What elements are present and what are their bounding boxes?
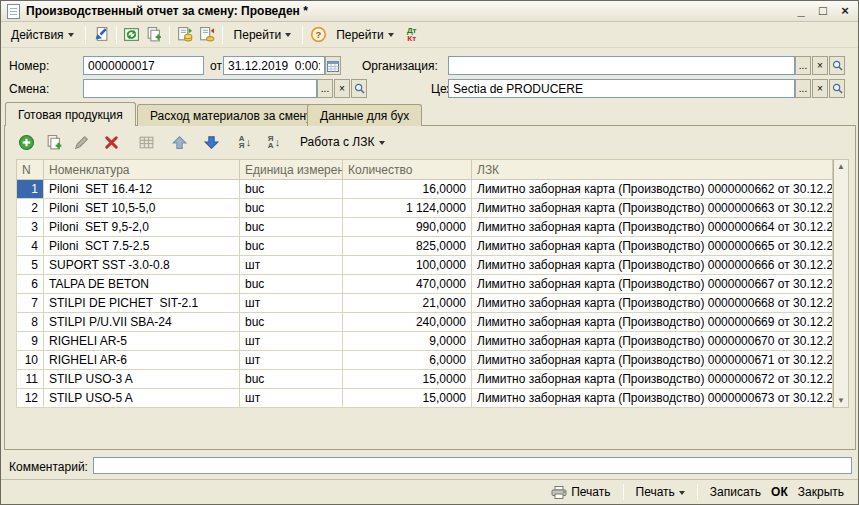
end-edit-button[interactable] (135, 132, 157, 152)
table-row[interactable]: 11 STILP USO-3 A buc 15,0000 Лимитно заб… (17, 370, 833, 389)
goto2-menu-button[interactable]: Перейти (330, 25, 400, 45)
cell-nomenclature[interactable]: STILP USO-5 A (44, 389, 240, 408)
table-row[interactable]: 10 RIGHELI AR-6 шт 6,0000 Лимитно заборн… (17, 351, 833, 370)
cell-unit[interactable]: buc (240, 199, 343, 218)
cell-unit[interactable]: buc (240, 370, 343, 389)
cell-lzk[interactable]: Лимитно заборная карта (Производство) 00… (472, 313, 833, 332)
cell-n[interactable]: 2 (17, 199, 44, 218)
help-icon[interactable]: ? (308, 25, 328, 45)
close-form-button[interactable]: Закрыть (794, 483, 848, 501)
cell-nomenclature[interactable]: Piloni SCT 7.5-2.5 (44, 237, 240, 256)
ok-button[interactable]: ОК (767, 483, 792, 501)
table-row[interactable]: 1 Piloni SET 16.4-12 buc 16,0000 Лимитно… (17, 180, 833, 199)
maximize-button[interactable]: □ (816, 4, 830, 18)
cell-lzk[interactable]: Лимитно заборная карта (Производство) 00… (472, 256, 833, 275)
comment-input[interactable] (93, 457, 852, 474)
cell-unit[interactable]: шт (240, 332, 343, 351)
goto-menu-button[interactable]: Перейти (228, 25, 298, 45)
cell-quantity[interactable]: 9,0000 (343, 332, 472, 351)
cell-lzk[interactable]: Лимитно заборная карта (Производство) 00… (472, 294, 833, 313)
cell-unit[interactable]: шт (240, 294, 343, 313)
cell-quantity[interactable]: 15,0000 (343, 370, 472, 389)
shift-search-button[interactable] (351, 79, 367, 98)
cell-quantity[interactable]: 240,0000 (343, 313, 472, 332)
cell-lzk[interactable]: Лимитно заборная карта (Производство) 00… (472, 351, 833, 370)
scroll-up-icon[interactable]: ▲ (837, 162, 845, 171)
shift-input[interactable] (83, 79, 317, 98)
table-row[interactable]: 5 SUPORT SST -3.0-0.8 шт 100,0000 Лимитн… (17, 256, 833, 275)
shift-clear-button[interactable]: × (334, 79, 350, 98)
organization-input[interactable] (448, 56, 795, 75)
workshop-clear-button[interactable]: × (812, 79, 828, 98)
move-down-button[interactable] (200, 132, 222, 152)
shift-lookup-button[interactable]: ... (317, 79, 333, 98)
workshop-search-button[interactable] (829, 79, 845, 98)
cell-nomenclature[interactable]: Piloni SET 9,5-2,0 (44, 218, 240, 237)
cell-quantity[interactable]: 470,0000 (343, 275, 472, 294)
number-input[interactable] (83, 56, 204, 75)
cell-quantity[interactable]: 16,0000 (343, 180, 472, 199)
cell-n[interactable]: 12 (17, 389, 44, 408)
cell-lzk[interactable]: Лимитно заборная карта (Производство) 00… (472, 218, 833, 237)
table-row[interactable]: 9 RIGHELI AR-5 шт 9,0000 Лимитно заборна… (17, 332, 833, 351)
organization-search-button[interactable] (829, 56, 845, 75)
dt-kt-entries-icon[interactable]: Дт Кт (402, 25, 422, 45)
cell-n[interactable]: 5 (17, 256, 44, 275)
cell-nomenclature[interactable]: STILP USO-3 A (44, 370, 240, 389)
cell-nomenclature[interactable]: TALPA DE BETON (44, 275, 240, 294)
cell-n[interactable]: 4 (17, 237, 44, 256)
tab-material-consumption[interactable]: Расход материалов за смену (137, 104, 325, 126)
print-menu-button[interactable]: Печать (632, 483, 689, 501)
cell-nomenclature[interactable]: Piloni SET 16.4-12 (44, 180, 240, 199)
cell-quantity[interactable]: 15,0000 (343, 389, 472, 408)
calendar-button[interactable] (325, 56, 341, 75)
cell-unit[interactable]: buc (240, 218, 343, 237)
cell-quantity[interactable]: 6,0000 (343, 351, 472, 370)
table-row[interactable]: 3 Piloni SET 9,5-2,0 buc 990,0000 Лимитн… (17, 218, 833, 237)
sort-ascending-button[interactable]: АЯ ↓ (234, 132, 256, 152)
table-row[interactable]: 2 Piloni SET 10,5-5,0 buc 1 124,0000 Лим… (17, 199, 833, 218)
copy-document-icon[interactable] (144, 25, 164, 45)
cell-n[interactable]: 7 (17, 294, 44, 313)
cell-n[interactable]: 3 (17, 218, 44, 237)
cell-lzk[interactable]: Лимитно заборная карта (Производство) 00… (472, 199, 833, 218)
cell-n[interactable]: 9 (17, 332, 44, 351)
save-button[interactable]: Записать (706, 483, 765, 501)
unpost-document-icon[interactable] (197, 25, 217, 45)
cell-unit[interactable]: buc (240, 237, 343, 256)
cell-nomenclature[interactable]: STILPI DE PICHET SIT-2.1 (44, 294, 240, 313)
cell-unit[interactable]: шт (240, 351, 343, 370)
cell-unit[interactable]: шт (240, 256, 343, 275)
move-up-button[interactable] (168, 132, 190, 152)
cell-n[interactable]: 1 (17, 180, 44, 199)
table-row[interactable]: 6 TALPA DE BETON buc 470,0000 Лимитно за… (17, 275, 833, 294)
tab-accounting-data[interactable]: Данные для бух (307, 104, 422, 126)
copy-row-button[interactable] (42, 132, 64, 152)
table-row[interactable]: 4 Piloni SCT 7.5-2.5 buc 825,0000 Лимитн… (17, 237, 833, 256)
save-document-icon[interactable] (91, 25, 111, 45)
lzk-menu-button[interactable]: Работа с ЛЗК (296, 132, 389, 152)
cell-nomenclature[interactable]: RIGHELI AR-5 (44, 332, 240, 351)
cell-unit[interactable]: buc (240, 275, 343, 294)
date-input[interactable] (223, 56, 325, 75)
cell-nomenclature[interactable]: Piloni SET 10,5-5,0 (44, 199, 240, 218)
tab-finished-goods[interactable]: Готовая продукция (5, 102, 136, 126)
table-row[interactable]: 8 STILPI P/U.VII SBA-24 buc 240,0000 Лим… (17, 313, 833, 332)
workshop-input[interactable] (448, 79, 795, 98)
table-row[interactable]: 7 STILPI DE PICHET SIT-2.1 шт 21,0000 Ли… (17, 294, 833, 313)
minimize-button[interactable]: _ (794, 4, 808, 18)
cell-unit[interactable]: шт (240, 389, 343, 408)
close-button[interactable]: × (838, 4, 852, 18)
cell-lzk[interactable]: Лимитно заборная карта (Производство) 00… (472, 389, 833, 408)
organization-lookup-button[interactable]: ... (795, 56, 811, 75)
workshop-lookup-button[interactable]: ... (795, 79, 811, 98)
cell-lzk[interactable]: Лимитно заборная карта (Производство) 00… (472, 237, 833, 256)
cell-quantity[interactable]: 100,0000 (343, 256, 472, 275)
cell-n[interactable]: 10 (17, 351, 44, 370)
refresh-icon[interactable] (122, 25, 142, 45)
print-button[interactable]: Печать (547, 483, 614, 501)
cell-lzk[interactable]: Лимитно заборная карта (Производство) 00… (472, 332, 833, 351)
cell-n[interactable]: 11 (17, 370, 44, 389)
cell-unit[interactable]: buc (240, 180, 343, 199)
actions-menu-button[interactable]: Действия (5, 25, 80, 45)
